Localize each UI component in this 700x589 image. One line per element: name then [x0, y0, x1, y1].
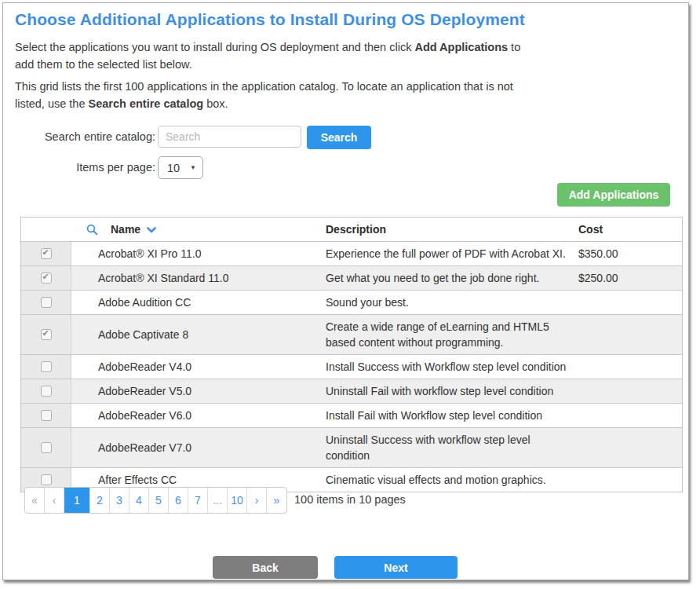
- name-column-header[interactable]: Name: [111, 223, 140, 236]
- page-button-10[interactable]: 10: [228, 488, 247, 513]
- checkbox-cell: [21, 355, 71, 379]
- row-checkbox[interactable]: [41, 329, 52, 340]
- last-page-button[interactable]: »: [267, 488, 286, 513]
- cell-description: Create a wide range of eLearning and HTM…: [323, 315, 576, 354]
- prev-page-button[interactable]: ‹: [45, 488, 64, 513]
- cell-cost: [576, 379, 682, 403]
- cell-description: Sound your best.: [323, 291, 576, 314]
- cell-cost: [576, 428, 682, 467]
- back-button[interactable]: Back: [213, 556, 318, 579]
- page-button-5[interactable]: 5: [149, 488, 169, 513]
- search-button[interactable]: Search: [307, 126, 371, 149]
- header-checkbox-cell: [21, 218, 71, 241]
- header-name-cell[interactable]: Name: [71, 218, 323, 241]
- next-page-button[interactable]: ›: [247, 488, 267, 513]
- checkbox-cell: [21, 404, 71, 427]
- next-button[interactable]: Next: [334, 556, 458, 579]
- cell-name: Acrobat® XI Standard 11.0: [71, 266, 323, 290]
- row-checkbox[interactable]: [41, 386, 52, 397]
- cell-name: AdobeReader V6.0: [71, 404, 323, 427]
- cell-description: Get what you need to get the job done ri…: [323, 266, 576, 290]
- table-row[interactable]: Acrobat® XI Pro 11.0 Experience the full…: [21, 242, 682, 266]
- items-per-page-select[interactable]: 10 ▼: [158, 156, 203, 179]
- cell-description: Install Success with Workflow step level…: [323, 355, 576, 379]
- row-checkbox[interactable]: [41, 410, 52, 421]
- checkbox-cell: [21, 428, 71, 467]
- cell-cost: $250.00: [576, 266, 682, 290]
- sort-chevron-down-icon: [147, 227, 156, 233]
- cell-name: Acrobat® XI Pro 11.0: [71, 242, 323, 265]
- cell-name: Adobe Captivate 8: [71, 315, 323, 354]
- add-applications-button[interactable]: Add Applications: [557, 183, 670, 207]
- page-button-6[interactable]: 6: [169, 488, 188, 513]
- cell-cost: [576, 315, 682, 354]
- checkbox-cell: [21, 291, 71, 314]
- table-row[interactable]: AdobeReader V7.0 Uninstall Success with …: [21, 428, 682, 468]
- items-per-page-value: 10: [167, 162, 180, 174]
- checkbox-cell: [21, 242, 71, 265]
- table-row[interactable]: AdobeReader V6.0 Install Fail with Workf…: [21, 404, 682, 428]
- table-row[interactable]: Adobe Audition CC Sound your best.: [21, 291, 682, 315]
- dropdown-arrow-icon: ▼: [190, 164, 196, 171]
- page-button-7[interactable]: 7: [188, 488, 208, 513]
- cost-column-header[interactable]: Cost: [576, 218, 682, 241]
- checkbox-cell: [21, 266, 71, 290]
- cell-description: Experience the full power of PDF with Ac…: [323, 242, 576, 265]
- row-checkbox[interactable]: [41, 248, 52, 259]
- intro2-bold: Search entire catalog: [89, 97, 204, 110]
- row-checkbox[interactable]: [41, 297, 52, 308]
- page-ellipsis: ...: [208, 488, 228, 513]
- table-body: Acrobat® XI Pro 11.0 Experience the full…: [21, 242, 682, 492]
- page-button-4[interactable]: 4: [129, 488, 149, 513]
- description-column-header[interactable]: Description: [323, 218, 576, 241]
- cell-cost: [576, 355, 682, 379]
- cell-cost: $350.00: [576, 242, 682, 265]
- cell-name: Adobe Audition CC: [71, 291, 323, 314]
- intro-paragraph-2: This grid lists the first 100 applicatio…: [15, 78, 529, 112]
- table-row[interactable]: AdobeReader V4.0 Install Success with Wo…: [21, 355, 682, 379]
- pagination: «‹1234567...10›»: [24, 487, 287, 514]
- row-checkbox[interactable]: [41, 442, 52, 453]
- intro2-post: box.: [203, 97, 228, 110]
- row-checkbox[interactable]: [41, 361, 52, 372]
- search-catalog-label: Search entire catalog:: [3, 130, 155, 143]
- table-row[interactable]: Adobe Captivate 8 Create a wide range of…: [21, 315, 682, 355]
- cell-name: AdobeReader V7.0: [71, 428, 323, 467]
- page-button-3[interactable]: 3: [110, 488, 129, 513]
- pagination-summary: 100 items in 10 pages: [294, 493, 406, 506]
- applications-table: Name Description Cost Acrobat® XI Pro 11…: [20, 217, 683, 492]
- page-button-2[interactable]: 2: [90, 488, 110, 513]
- table-row[interactable]: AdobeReader V5.0 Uninstall Fail with wor…: [21, 379, 682, 404]
- cell-name: AdobeReader V5.0: [71, 379, 323, 403]
- search-input[interactable]: [158, 126, 301, 148]
- checkbox-cell: [21, 379, 71, 403]
- table-row[interactable]: Acrobat® XI Standard 11.0 Get what you n…: [21, 266, 682, 291]
- first-page-button[interactable]: «: [25, 488, 45, 513]
- page-button-1[interactable]: 1: [64, 488, 90, 513]
- cell-cost: [576, 468, 682, 492]
- intro1-pre: Select the applications you want to inst…: [15, 41, 414, 53]
- checkbox-cell: [21, 315, 71, 354]
- wizard-panel: Choose Additional Applications to Instal…: [2, 2, 689, 580]
- items-per-page-label: Items per page:: [3, 161, 155, 174]
- cell-description: Uninstall Success with workflow step lev…: [323, 428, 576, 467]
- cell-description: Install Fail with Workflow step level co…: [323, 404, 576, 427]
- cell-cost: [576, 291, 682, 314]
- page-title: Choose Additional Applications to Instal…: [15, 10, 525, 29]
- column-search-icon[interactable]: [86, 224, 98, 236]
- cell-cost: [576, 404, 682, 427]
- intro1-bold: Add Applications: [414, 41, 508, 53]
- intro-paragraph-1: Select the applications you want to inst…: [15, 38, 529, 73]
- cell-name: AdobeReader V4.0: [71, 355, 323, 379]
- table-header-row: Name Description Cost: [21, 218, 682, 242]
- cell-description: Uninstall Fail with workflow step level …: [323, 379, 576, 403]
- cell-description: Cinematic visual effects and motion grap…: [323, 468, 576, 492]
- row-checkbox[interactable]: [41, 273, 52, 284]
- row-checkbox[interactable]: [41, 474, 52, 485]
